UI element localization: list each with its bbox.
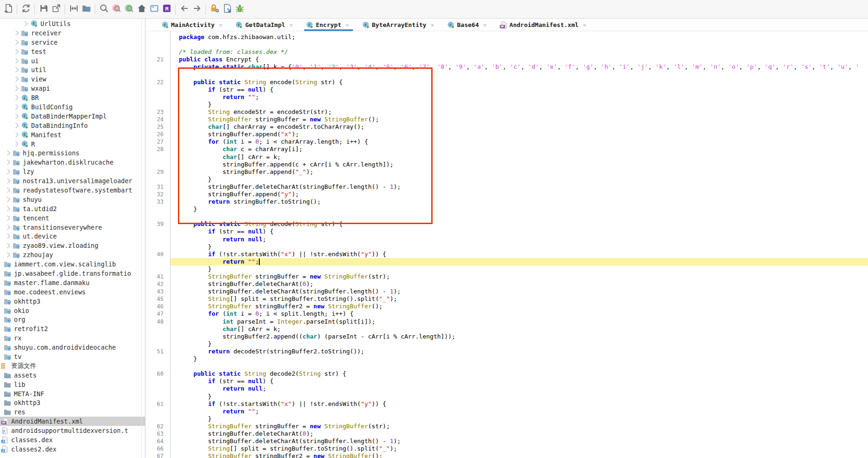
chevron-right-icon[interactable] (5, 215, 10, 220)
tree-item-br[interactable]: cBR (0, 93, 145, 102)
chevron-right-icon[interactable] (5, 252, 10, 258)
tree-item-ui[interactable]: ui (0, 56, 145, 66)
chevron-right-icon[interactable] (13, 40, 18, 45)
chevron-right-icon[interactable] (5, 243, 10, 248)
tab-getdataimpl[interactable]: cGetDataImpl× (233, 19, 298, 31)
toolbar-home-button[interactable] (135, 3, 148, 15)
toolbar-class-search-button[interactable] (110, 3, 123, 15)
tab-androidmanifest-xml[interactable]: MFAndroidManifest.xml× (497, 19, 591, 31)
tree-item-tv[interactable]: tv (0, 352, 145, 361)
tab-close-icon[interactable]: × (431, 21, 434, 28)
toolbar-debugger-bug-button[interactable] (233, 3, 246, 15)
toolbar-export-button[interactable] (50, 3, 62, 15)
tree-item-okio[interactable]: okio (0, 306, 145, 315)
project-tree[interactable]: cUrlUtilsreceiverservicetestuiutilviewwx… (0, 19, 145, 458)
toolbar-code-search-button[interactable] (123, 3, 135, 15)
toolbar-packages-folder-button[interactable] (80, 3, 92, 15)
tree-item-tencent[interactable]: tencent (0, 213, 145, 223)
tree-item-shuyu-com-androidvideocache[interactable]: shuyu.com.androidvideocache (0, 343, 145, 352)
tree-item-retrofit2[interactable]: retrofit2 (0, 324, 145, 333)
tree-item-buildconfig[interactable]: cBuildConfig (0, 102, 145, 112)
chevron-right-icon[interactable] (13, 141, 18, 146)
chevron-right-icon[interactable] (13, 104, 18, 109)
toolbar-search-button[interactable] (98, 3, 110, 15)
tree-item-nostra13-universalimageloader[interactable]: nostra13.universalimageloader (0, 176, 145, 186)
tab-close-icon[interactable]: × (583, 21, 586, 28)
toolbar-back-arrow-button[interactable] (178, 3, 191, 15)
tree-item-org[interactable]: org (0, 315, 145, 325)
tree-item-meta-inf[interactable]: META-INF (0, 389, 145, 398)
chevron-right-icon[interactable] (13, 67, 18, 73)
tree-item--[interactable]: 资源文件 (0, 361, 145, 371)
chevron-right-icon[interactable] (5, 169, 10, 174)
tree-item-androidmanifest-xml[interactable]: MFAndroidManifest.xml (0, 417, 145, 426)
tree-item-lzy[interactable]: lzy (0, 167, 145, 176)
tree-item-manifest[interactable]: cManifest (0, 130, 145, 139)
tree-item-shuyu[interactable]: shuyu (0, 195, 145, 204)
chevron-right-icon[interactable] (5, 197, 10, 202)
chevron-right-icon[interactable] (5, 234, 10, 239)
tree-item-r[interactable]: cR (0, 139, 145, 149)
chevron-right-icon[interactable] (13, 95, 18, 100)
toolbar-refresh-button[interactable] (20, 3, 32, 15)
toolbar-document-arrow-button[interactable] (221, 3, 233, 15)
chevron-right-icon[interactable] (5, 225, 10, 230)
tree-scrollbar[interactable] (141, 19, 142, 458)
tree-item-test[interactable]: test (0, 47, 145, 56)
tree-item-databindinginfo[interactable]: cDataBindingInfo (0, 121, 145, 130)
tab-close-icon[interactable]: × (289, 21, 293, 28)
tab-encrypt[interactable]: cEncrypt× (303, 19, 354, 31)
chevron-right-icon[interactable] (13, 58, 18, 63)
toolbar-fit-width-button[interactable] (67, 3, 80, 15)
toolbar-window-frame-button[interactable] (148, 3, 160, 15)
tree-item-okhttp3[interactable]: okhttp3 (0, 398, 145, 408)
tab-bytearrayentity[interactable]: cByteArrayEntity× (359, 19, 439, 31)
tree-item-view[interactable]: view (0, 74, 145, 84)
tree-item-ut-device[interactable]: ut.device (0, 232, 145, 241)
tree-item-service[interactable]: service (0, 38, 145, 47)
toolbar-deobfuscation-lock-button[interactable] (208, 3, 221, 15)
chevron-right-icon[interactable] (5, 160, 10, 165)
tree-item-transitionseverywhere[interactable]: transitionseverywhere (0, 223, 145, 232)
tree-item-res[interactable]: res (0, 407, 145, 417)
chevron-right-icon[interactable] (5, 151, 10, 156)
tree-item-receiver[interactable]: receiver (0, 28, 145, 38)
tree-item-classes-dex[interactable]: Jclasses.dex (0, 435, 145, 445)
tree-item-classes2-dex[interactable]: Jclasses2.dex (0, 445, 145, 454)
tree-item-readystatesoftware-systembart[interactable]: readystatesoftware.systembart (0, 186, 145, 195)
tab-base64[interactable]: cBase64× (445, 19, 492, 31)
tree-item-assets[interactable]: assets (0, 371, 145, 380)
tree-item-lib[interactable]: lib (0, 380, 145, 389)
tab-close-icon[interactable]: × (483, 21, 487, 28)
chevron-right-icon[interactable] (13, 49, 18, 54)
chevron-right-icon[interactable] (13, 113, 18, 119)
chevron-right-icon[interactable] (13, 86, 18, 91)
tree-item-iammert-com-view-scalinglib[interactable]: iammert.com.view.scalinglib (0, 259, 145, 269)
chevron-right-icon[interactable] (5, 187, 10, 192)
toolbar-letter-m-button[interactable]: M (160, 3, 173, 15)
chevron-right-icon[interactable] (22, 21, 27, 26)
tree-item-androidsupportmultidexversion-t[interactable]: ?androidsupportmultidexversion.t (0, 426, 145, 435)
tree-item-rx[interactable]: rx (0, 333, 145, 343)
chevron-right-icon[interactable] (13, 77, 18, 82)
tree-item-master-flame-danmaku[interactable]: master.flame.danmaku (0, 278, 145, 287)
tree-item-jakewharton-disklrucache[interactable]: jakewharton.disklrucache (0, 158, 145, 167)
tree-item-okhttp3[interactable]: okhttp3 (0, 297, 145, 306)
chevron-right-icon[interactable] (5, 178, 10, 183)
toolbar-file-add-button[interactable] (2, 3, 14, 15)
tree-item-zzhoujay[interactable]: zzhoujay (0, 250, 145, 259)
code-editor[interactable]: package com.hfzs.zhibaowan.util;/* loade… (146, 31, 868, 458)
chevron-right-icon[interactable] (13, 123, 18, 128)
tree-item-wxapi[interactable]: wxapi (0, 84, 145, 93)
tree-item-ta-utdid2[interactable]: ta.utdid2 (0, 204, 145, 213)
tree-item-moe-codeest-enviews[interactable]: moe.codeest.enviews (0, 287, 145, 297)
tab-close-icon[interactable]: × (219, 21, 223, 28)
tree-item-hjq-permissions[interactable]: hjq.permissions (0, 148, 145, 158)
chevron-right-icon[interactable] (5, 206, 10, 211)
tab-close-icon[interactable]: × (345, 21, 349, 28)
chevron-right-icon[interactable] (13, 30, 18, 35)
tree-item-util[interactable]: util (0, 65, 145, 74)
toolbar-save-button[interactable] (37, 3, 50, 15)
tree-item-urlutils[interactable]: cUrlUtils (0, 19, 145, 28)
tree-item-databindermapperimpl[interactable]: cDataBinderMapperImpl (0, 112, 145, 121)
